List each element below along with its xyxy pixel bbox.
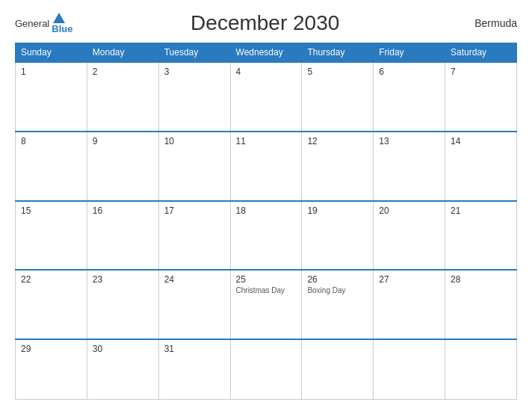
- cell-w4-d5: 26Boxing Day: [302, 270, 374, 339]
- cell-w4-d7: 28: [445, 270, 517, 339]
- cell-w1-d4: 4: [230, 62, 302, 132]
- cell-w1-d5: 5: [302, 62, 374, 132]
- week-row-5: 293031: [16, 339, 517, 399]
- day-number: 16: [93, 206, 153, 216]
- cell-w1-d1: 1: [16, 62, 87, 132]
- calendar-page: General Blue December 2030 Bermuda Sunda…: [0, 0, 532, 411]
- cell-w4-d3: 24: [158, 270, 230, 339]
- day-number: 20: [379, 206, 439, 216]
- day-number: 23: [93, 274, 153, 285]
- cell-w4-d6: 27: [374, 270, 445, 339]
- cell-w1-d7: 7: [445, 62, 517, 132]
- cell-w5-d1: 29: [16, 339, 87, 399]
- day-number: 30: [93, 344, 153, 354]
- day-number: 8: [21, 136, 81, 146]
- cell-w1-d3: 3: [158, 62, 230, 132]
- col-saturday: Saturday: [445, 43, 517, 63]
- col-wednesday: Wednesday: [230, 43, 302, 63]
- day-number: 22: [21, 274, 81, 285]
- col-friday: Friday: [374, 43, 445, 63]
- cell-w1-d6: 6: [374, 62, 445, 132]
- day-number: 10: [164, 136, 225, 146]
- day-number: 15: [21, 206, 81, 216]
- day-number: 2: [93, 67, 153, 77]
- cell-w5-d5: [302, 339, 374, 399]
- logo-blue-text: Blue: [52, 23, 72, 34]
- col-thursday: Thursday: [302, 43, 374, 63]
- day-number: 21: [451, 206, 511, 216]
- day-number: 31: [164, 344, 225, 354]
- day-number: 7: [451, 67, 511, 77]
- holiday-label: Boxing Day: [307, 286, 368, 294]
- cell-w2-d7: 14: [445, 132, 517, 201]
- cell-w2-d3: 10: [158, 132, 230, 201]
- region-label: Bermuda: [457, 17, 517, 29]
- day-number: 6: [379, 67, 439, 77]
- cell-w3-d4: 18: [230, 201, 302, 271]
- calendar-title: December 2030: [72, 11, 457, 35]
- cell-w5-d6: [374, 339, 445, 399]
- logo-general-text: General: [15, 18, 49, 29]
- day-number: 17: [164, 206, 225, 216]
- cell-w1-d2: 2: [87, 62, 158, 132]
- calendar-table: Sunday Monday Tuesday Wednesday Thursday…: [15, 43, 517, 400]
- logo: General Blue: [15, 13, 72, 34]
- day-number: 27: [379, 274, 439, 285]
- cell-w4-d4: 25Christmas Day: [230, 270, 302, 339]
- day-number: 12: [307, 136, 368, 146]
- cell-w3-d5: 19: [302, 201, 374, 271]
- cell-w3-d1: 15: [16, 201, 87, 271]
- week-row-1: 1234567: [16, 62, 517, 132]
- day-number: 4: [236, 67, 297, 77]
- cell-w3-d7: 21: [445, 201, 517, 271]
- day-number: 26: [307, 274, 368, 285]
- day-number: 3: [164, 67, 225, 77]
- col-tuesday: Tuesday: [158, 43, 230, 63]
- cell-w5-d7: [445, 339, 517, 399]
- cell-w4-d2: 23: [87, 270, 158, 339]
- cell-w4-d1: 22: [16, 270, 87, 339]
- day-number: 19: [307, 206, 368, 216]
- day-number: 9: [93, 136, 153, 146]
- cell-w3-d3: 17: [158, 201, 230, 271]
- day-number: 11: [236, 136, 297, 146]
- day-number: 24: [164, 274, 225, 285]
- col-sunday: Sunday: [16, 43, 87, 63]
- day-number: 29: [21, 344, 81, 354]
- weekday-header-row: Sunday Monday Tuesday Wednesday Thursday…: [16, 43, 517, 63]
- cell-w5-d3: 31: [158, 339, 230, 399]
- cell-w2-d2: 9: [87, 132, 158, 201]
- day-number: 13: [379, 136, 439, 146]
- day-number: 14: [451, 136, 511, 146]
- cell-w5-d2: 30: [87, 339, 158, 399]
- cell-w2-d4: 11: [230, 132, 302, 201]
- day-number: 28: [451, 274, 511, 285]
- day-number: 25: [236, 274, 297, 285]
- cell-w2-d5: 12: [302, 132, 374, 201]
- cell-w3-d6: 20: [374, 201, 445, 271]
- col-monday: Monday: [87, 43, 158, 63]
- cell-w5-d4: [230, 339, 302, 399]
- logo-triangle-icon: [53, 13, 65, 23]
- cell-w3-d2: 16: [87, 201, 158, 271]
- week-row-2: 891011121314: [16, 132, 517, 201]
- week-row-4: 22232425Christmas Day26Boxing Day2728: [16, 270, 517, 339]
- cell-w2-d1: 8: [16, 132, 87, 201]
- day-number: 18: [236, 206, 297, 216]
- cell-w2-d6: 13: [374, 132, 445, 201]
- day-number: 1: [21, 67, 81, 77]
- holiday-label: Christmas Day: [236, 286, 297, 294]
- header: General Blue December 2030 Bermuda: [15, 11, 517, 35]
- week-row-3: 15161718192021: [16, 201, 517, 271]
- day-number: 5: [307, 67, 368, 77]
